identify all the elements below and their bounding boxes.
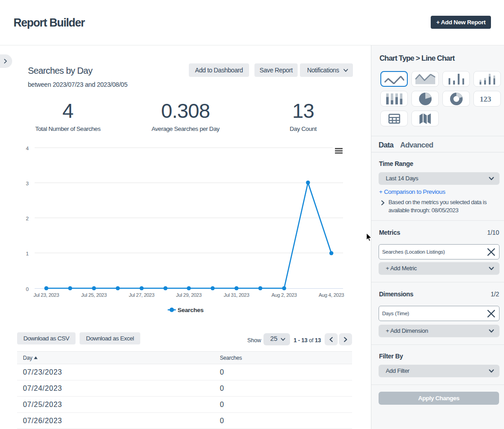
svg-text:Jul 27, 2023: Jul 27, 2023	[129, 292, 155, 298]
svg-text:Aug 4, 2023: Aug 4, 2023	[319, 292, 344, 298]
svg-text:4: 4	[26, 146, 29, 151]
svg-text:3: 3	[26, 181, 29, 186]
svg-text:Jul 23, 2023: Jul 23, 2023	[34, 292, 59, 298]
svg-text:0: 0	[26, 286, 29, 292]
svg-text:Jul 29, 2023: Jul 29, 2023	[176, 292, 202, 298]
svg-text:1: 1	[26, 251, 29, 256]
svg-text:Jul 25, 2023: Jul 25, 2023	[81, 292, 107, 298]
svg-text:Aug 2, 2023: Aug 2, 2023	[272, 292, 297, 298]
svg-text:2: 2	[26, 216, 29, 221]
svg-text:Searches: Searches	[178, 307, 204, 313]
svg-text:Jul 31, 2023: Jul 31, 2023	[224, 292, 250, 298]
svg-text:123: 123	[480, 95, 491, 103]
